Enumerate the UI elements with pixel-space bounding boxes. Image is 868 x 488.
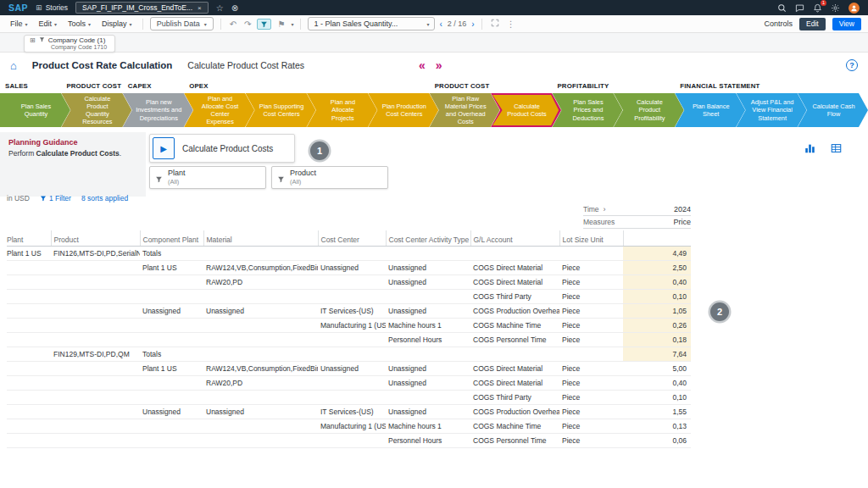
table-cell[interactable]: COGS Direct Material	[470, 260, 559, 274]
table-cell[interactable]: Plant 1 US	[7, 246, 51, 260]
table-cell[interactable]	[140, 419, 203, 433]
table-cell[interactable]: COGS Third Party	[470, 390, 559, 404]
table-cell[interactable]: Unassigned	[386, 404, 470, 419]
table-cell[interactable]: Plant 1 US	[140, 260, 203, 274]
table-cell[interactable]	[51, 289, 140, 303]
table-cell[interactable]	[7, 361, 51, 375]
process-step-13[interactable]: Adjust P&L and View Financial Statement	[737, 93, 807, 127]
help-icon[interactable]: ?	[846, 59, 858, 71]
menu-file[interactable]: File ▾	[7, 18, 31, 30]
column-header[interactable]: Component Plant	[140, 230, 203, 246]
stories-menu[interactable]: ⊞ Stories	[36, 3, 68, 12]
price-cell[interactable]: 0,06	[623, 433, 691, 447]
favorite-icon[interactable]: ☆	[216, 3, 224, 13]
menu-tools[interactable]: Tools ▾	[64, 18, 94, 30]
table-cell[interactable]: Unassigned	[318, 361, 386, 375]
measures-dimension-row[interactable]: Measures Price	[583, 216, 691, 229]
table-cell[interactable]	[318, 433, 386, 447]
filter-tool-icon[interactable]	[257, 19, 271, 30]
table-cell[interactable]: IT Services-(US)	[318, 404, 386, 419]
table-cell[interactable]: Piece	[559, 274, 623, 289]
table-cell[interactable]	[51, 361, 140, 375]
table-cell[interactable]: Unassigned	[386, 260, 470, 274]
table-cell[interactable]	[203, 246, 318, 260]
table-cell[interactable]: COGS Personnel Time	[470, 433, 559, 447]
user-avatar[interactable]	[849, 3, 860, 14]
table-cell[interactable]	[51, 404, 140, 419]
table-cell[interactable]: Manufacturing 1 (US)	[318, 318, 386, 332]
bookmark-flag-icon[interactable]: ⚑	[275, 19, 287, 29]
table-cell[interactable]	[318, 246, 386, 260]
table-cell[interactable]: Piece	[559, 289, 623, 303]
table-cell[interactable]: Unassigned	[386, 274, 470, 289]
sorts-applied-link[interactable]: 8 sorts applied	[81, 194, 128, 202]
table-cell[interactable]: COGS Personnel Time	[470, 332, 559, 347]
table-cell[interactable]: IT Services-(US)	[318, 303, 386, 318]
table-cell[interactable]: Piece	[559, 260, 623, 274]
table-cell[interactable]	[203, 332, 318, 347]
table-cell[interactable]	[203, 318, 318, 332]
table-cell[interactable]	[318, 332, 386, 347]
table-cell[interactable]: Machine hours 1	[386, 318, 470, 332]
table-view-icon[interactable]	[830, 142, 843, 158]
table-cell[interactable]: Piece	[559, 419, 623, 433]
table-cell[interactable]: Totals	[140, 347, 203, 361]
view-mode-button[interactable]: View	[832, 18, 861, 30]
column-header[interactable]: G/L Account	[470, 230, 559, 246]
table-cell[interactable]	[7, 347, 51, 361]
table-cell[interactable]	[51, 419, 140, 433]
table-cell[interactable]: Plant 1 US	[140, 361, 203, 375]
table-cell[interactable]	[7, 419, 51, 433]
table-cell[interactable]	[7, 433, 51, 447]
price-cell[interactable]: 0,13	[623, 419, 691, 433]
table-cell[interactable]	[140, 289, 203, 303]
table-cell[interactable]: Totals	[140, 246, 203, 260]
prev-page-icon[interactable]: ‹	[439, 19, 442, 29]
price-cell[interactable]: 0,40	[623, 274, 691, 289]
table-cell[interactable]: Unassigned	[318, 260, 386, 274]
table-cell[interactable]: Unassigned	[140, 303, 203, 318]
table-cell[interactable]	[7, 404, 51, 419]
process-step-8[interactable]: Plan Raw Material Prices and Overhead Co…	[430, 93, 500, 127]
publish-data-button[interactable]: Publish Data ▾	[150, 17, 214, 30]
table-cell[interactable]	[7, 289, 51, 303]
table-cell[interactable]	[51, 375, 140, 390]
table-cell[interactable]	[51, 332, 140, 347]
table-cell[interactable]	[51, 318, 140, 332]
process-step-1[interactable]: Plan Sales Quantity	[0, 93, 70, 127]
table-cell[interactable]: RAW20,PD	[203, 375, 318, 390]
table-cell[interactable]: FIN129,MTS-DI,PD,QM	[51, 347, 140, 361]
table-cell[interactable]	[51, 260, 140, 274]
back-arrow-icon[interactable]: «	[419, 58, 426, 72]
table-cell[interactable]	[7, 318, 51, 332]
table-cell[interactable]: Personnel Hours	[386, 332, 470, 347]
table-cell[interactable]: COGS Direct Material	[470, 274, 559, 289]
table-cell[interactable]: COGS Third Party	[470, 289, 559, 303]
menu-display[interactable]: Display ▾	[98, 18, 136, 30]
table-cell[interactable]: RAW124,VB,Consumption,FixedBin	[203, 260, 318, 274]
table-cell[interactable]	[203, 347, 318, 361]
table-cell[interactable]	[203, 433, 318, 447]
process-step-7[interactable]: Plan Production Cost Centers	[368, 93, 438, 127]
table-cell[interactable]	[140, 274, 203, 289]
table-cell[interactable]	[51, 274, 140, 289]
process-step-10[interactable]: Plan Sales Prices and Deductions	[552, 93, 622, 127]
table-cell[interactable]: Unassigned	[140, 404, 203, 419]
process-step-6[interactable]: Plan and Allocate Projects	[307, 93, 377, 127]
price-cell[interactable]: 0,10	[623, 289, 691, 303]
table-cell[interactable]: Piece	[559, 404, 623, 419]
price-cell[interactable]: 7,64	[623, 347, 691, 361]
time-dimension-row[interactable]: Time › 2024	[583, 203, 691, 216]
table-cell[interactable]: COGS Direct Material	[470, 375, 559, 390]
fullscreen-icon[interactable]	[489, 19, 501, 29]
process-step-3[interactable]: Plan new Investments and Depreciations	[123, 93, 193, 127]
column-header[interactable]: Plant	[7, 230, 51, 246]
table-cell[interactable]	[386, 347, 470, 361]
price-cell[interactable]: 0,18	[623, 332, 691, 347]
table-cell[interactable]	[7, 260, 51, 274]
column-header[interactable]: Product	[51, 230, 140, 246]
table-cell[interactable]: RAW20,PD	[203, 274, 318, 289]
notifications-bell-icon[interactable]: 1	[813, 3, 822, 13]
redo-icon[interactable]: ↷	[242, 19, 253, 29]
table-cell[interactable]	[140, 390, 203, 404]
